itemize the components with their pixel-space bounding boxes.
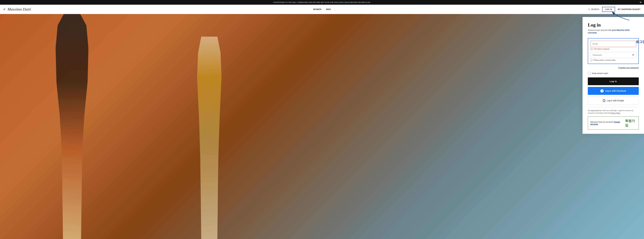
login-modal: Log in Access to your account with your … [582, 17, 644, 134]
privacy-policy-link[interactable]: Privacy Policy [610, 112, 620, 114]
password-info-icon: i [590, 59, 593, 61]
login-button[interactable]: LOG IN [602, 7, 615, 12]
korean-signup-annotation: 회원가입 [625, 119, 636, 128]
login-subtitle-highlight: your Massimo Dutti username [588, 29, 630, 34]
header: ≡ Massimo Dutti WOMEN MEN 🔍 SEARCH LOG I… [0, 5, 644, 14]
email-input[interactable] [590, 41, 636, 47]
password-wrapper: 👁 [590, 52, 636, 58]
forgotten-password-link[interactable]: Forgotten your password? [618, 67, 639, 69]
facebook-icon: f [600, 89, 604, 92]
google-icon [602, 99, 606, 102]
password-input[interactable] [590, 52, 636, 58]
header-nav: WOMEN MEN [313, 8, 331, 10]
announcement-text: COUNTDOWN TO THE SALE. DOWNLOAD OUR APP … [273, 2, 371, 3]
nav-women[interactable]: WOMEN [313, 8, 322, 10]
hamburger-icon[interactable]: ≡ [4, 8, 5, 11]
image-overlay [0, 14, 644, 239]
background-image [0, 14, 644, 239]
nav-men[interactable]: MEN [326, 8, 331, 10]
divider [588, 107, 639, 107]
basket-link[interactable]: MY SHOPPING BASKET [618, 8, 640, 10]
create-account-area: Still don't have an account? Create Acco… [588, 116, 639, 130]
google-button-label: Log in with Google [607, 100, 624, 102]
login-title: Log in [588, 22, 639, 28]
create-account-text: Still don't have an account? Create Acco… [590, 121, 623, 125]
password-error-message: i Please enter a correct value. [590, 59, 636, 61]
announcement-bar: COUNTDOWN TO THE SALE. DOWNLOAD OUR APP … [0, 0, 644, 5]
forgotten-password-area: Forgotten your password? [588, 66, 639, 69]
password-error-text: Please enter a correct value. [594, 59, 616, 61]
search-icon: 🔍 [588, 8, 590, 10]
facebook-button-label: Log in with Facebook [605, 90, 626, 92]
announcement-close-button[interactable]: ✕ [640, 1, 642, 4]
login-subtitle: Access to your account with your Massimo… [588, 29, 639, 34]
logo: Massimo Dutti [8, 7, 31, 12]
email-error-icon: ! [590, 48, 593, 50]
keep-session-checkbox[interactable] [588, 72, 590, 74]
email-field-group: ! This field is required 로그인 [590, 41, 636, 50]
facebook-login-button[interactable]: f Log in with Facebook [588, 87, 639, 95]
password-toggle-icon[interactable]: 👁 [632, 54, 634, 56]
korean-login-annotation: 로그인 [636, 40, 644, 44]
form-container: ! This field is required 로그인 👁 i Please … [588, 38, 639, 64]
login-submit-button[interactable]: Log in [588, 78, 639, 85]
search-area[interactable]: 🔍 SEARCH [588, 8, 599, 10]
search-label: SEARCH [591, 8, 599, 10]
email-error-message: ! This field is required 로그인 [590, 48, 636, 50]
keep-session-area: Keep session open [588, 72, 639, 74]
create-account-prompt: Still don't have an account? [590, 121, 614, 123]
email-error-text: This field is required [594, 48, 609, 50]
google-login-button[interactable]: Log in with Google [588, 96, 639, 104]
keep-session-label[interactable]: Keep session open [592, 72, 608, 74]
password-field-group: 👁 i Please enter a correct value. [590, 52, 636, 61]
header-left: ≡ Massimo Dutti [4, 7, 322, 12]
social-policy-text: By logging/signing in with my social log… [588, 109, 639, 114]
main-area: Log in Access to your account with your … [0, 14, 644, 239]
header-right: 🔍 SEARCH LOG IN MY SHOPPING BASKET [322, 7, 640, 12]
